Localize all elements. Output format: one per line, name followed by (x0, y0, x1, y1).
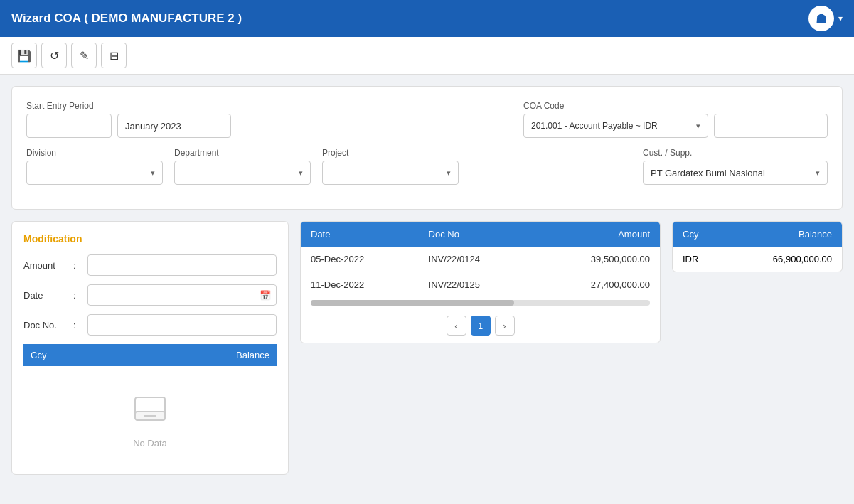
form-row-1: Start Entry Period 202301 January 2023 C… (26, 101, 828, 138)
prev-page-button[interactable]: ‹ (447, 316, 466, 336)
project-label: Project (322, 148, 459, 158)
docno-input[interactable] (87, 314, 277, 336)
undo-button[interactable]: ↺ (41, 43, 67, 68)
start-entry-period-label: Start Entry Period (26, 101, 231, 111)
cust-supp-arrow: ▾ (816, 168, 820, 178)
form-card: Start Entry Period 202301 January 2023 C… (11, 86, 843, 210)
date-input[interactable]: 27 April 2023 (87, 284, 277, 306)
trans-amount: 39,500,000.00 (533, 247, 660, 272)
no-data-text: No Data (133, 438, 167, 449)
trans-amount: 27,400,000.00 (533, 272, 660, 298)
no-data-area: No Data (23, 366, 277, 463)
save-button[interactable]: 💾 (11, 43, 37, 68)
avatar-dropdown-arrow[interactable]: ▾ (838, 14, 843, 23)
division-label: Division (26, 148, 163, 158)
next-page-button[interactable]: › (495, 316, 515, 336)
start-entry-period-group: Start Entry Period 202301 January 2023 (26, 101, 231, 138)
form-row-2: Division ▾ Department ▾ Project (26, 148, 828, 185)
department-group: Department ▾ (174, 148, 311, 185)
department-select[interactable]: ▾ (174, 161, 311, 185)
period-code-input[interactable]: 202301 (26, 114, 112, 138)
horizontal-scrollbar[interactable] (311, 300, 650, 306)
project-select[interactable]: ▾ (322, 161, 459, 185)
app-title: Wizard COA ( DEMO MANUFACTURE 2 ) (11, 11, 242, 26)
avatar[interactable]: ☗ (808, 6, 834, 31)
export-button[interactable]: ⊟ (101, 43, 127, 68)
table-row: 05-Dec-2022 INV/22/0124 39,500,000.00 (301, 247, 660, 272)
docno-col-header: Doc No (419, 222, 533, 247)
project-group: Project ▾ (322, 148, 459, 185)
docno-label: Doc No. (23, 320, 73, 331)
transactions-table: Date Doc No Amount 05-Dec-2022 INV/22/01… (301, 222, 660, 297)
balance-ccy: IDR (673, 247, 725, 272)
modification-title: Modification (23, 233, 277, 245)
main-content: Start Entry Period 202301 January 2023 C… (0, 75, 854, 486)
trans-date: 11-Dec-2022 (301, 272, 419, 298)
trans-docno: INV/22/0125 (419, 272, 533, 298)
header-right: ☗ ▾ (808, 6, 843, 31)
docno-row: Doc No. : (23, 314, 277, 336)
page-1-button[interactable]: 1 (471, 316, 491, 336)
date-col-header: Date (301, 222, 419, 247)
division-select[interactable]: ▾ (26, 161, 163, 185)
transactions-card: Date Doc No Amount 05-Dec-2022 INV/22/01… (300, 221, 661, 343)
date-input-wrap: 27 April 2023 📅 (87, 284, 277, 306)
amount-col-header: Amount (533, 222, 660, 247)
no-data-icon (132, 395, 168, 432)
department-arrow: ▾ (299, 168, 303, 178)
coa-type-input[interactable]: IDR - Credit (714, 114, 828, 138)
amount-row: Amount : 0.00 (23, 254, 277, 276)
bottom-section: Modification Amount : 0.00 Date : 27 Apr… (11, 221, 843, 475)
balance-ccy-col-header: Ccy (673, 222, 725, 247)
mod-balance-col-header: Balance (122, 344, 277, 366)
period-name-select[interactable]: January 2023 (117, 114, 231, 138)
department-label: Department (174, 148, 311, 158)
mod-ccy-col-header: Ccy (23, 344, 122, 366)
app-header: Wizard COA ( DEMO MANUFACTURE 2 ) ☗ ▾ (0, 0, 854, 37)
balance-card: Ccy Balance IDR 66,900,000.00 (672, 221, 843, 272)
date-row: Date : 27 April 2023 📅 (23, 284, 277, 306)
cust-supp-select[interactable]: PT Gardatex Bumi Nasional ▾ (643, 161, 828, 185)
division-arrow: ▾ (151, 168, 155, 178)
balance-row: IDR 66,900,000.00 (673, 247, 842, 272)
modification-card: Modification Amount : 0.00 Date : 27 Apr… (11, 221, 289, 475)
balance-table: Ccy Balance IDR 66,900,000.00 (673, 222, 842, 272)
trans-docno: INV/22/0124 (419, 247, 533, 272)
trans-date: 05-Dec-2022 (301, 247, 419, 272)
amount-label: Amount (23, 260, 73, 271)
amount-input[interactable]: 0.00 (87, 254, 277, 276)
coa-code-arrow: ▾ (696, 122, 700, 131)
division-group: Division ▾ (26, 148, 163, 185)
balance-amount: 66,900,000.00 (725, 247, 842, 272)
cust-supp-label: Cust. / Supp. (643, 148, 828, 158)
balance-balance-col-header: Balance (725, 222, 842, 247)
edit-button[interactable]: ✎ (71, 43, 97, 68)
calendar-icon[interactable]: 📅 (260, 290, 271, 301)
mod-ccy-table: Ccy Balance (23, 344, 277, 463)
toolbar: 💾 ↺ ✎ ⊟ (0, 37, 854, 75)
cust-supp-group: Cust. / Supp. PT Gardatex Bumi Nasional … (643, 148, 828, 185)
scrollbar-thumb (311, 300, 514, 306)
coa-code-label: COA Code (523, 101, 828, 111)
pagination: ‹ 1 › (301, 309, 660, 343)
coa-code-select[interactable]: 201.001 - Account Payable ~ IDR ▾ (523, 114, 708, 138)
table-row: 11-Dec-2022 INV/22/0125 27,400,000.00 (301, 272, 660, 298)
coa-code-group: COA Code 201.001 - Account Payable ~ IDR… (523, 101, 828, 138)
date-label: Date (23, 290, 73, 301)
project-arrow: ▾ (447, 168, 451, 178)
